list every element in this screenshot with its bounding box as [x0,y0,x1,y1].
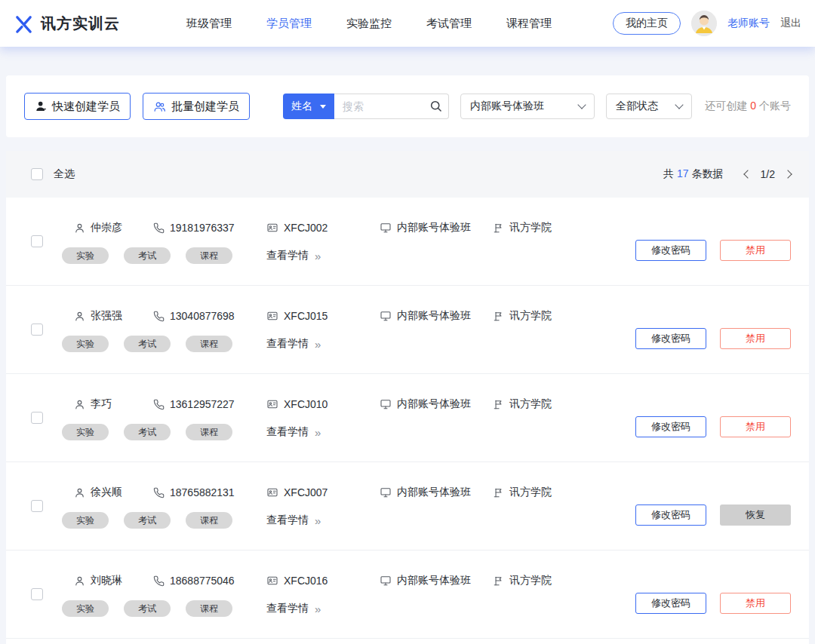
school-flag-icon [493,311,504,322]
student-name: 仲崇彦 [91,221,122,235]
quick-create-student-button[interactable]: 快速创建学员 [24,93,131,120]
toolbar: 快速创建学员 批量创建学员 姓名 内部账号体验班 [6,75,809,137]
tag-pill[interactable]: 实验 [62,600,109,617]
student-row: 张强强 13040877698 XFCJ015 [6,286,809,374]
student-row: 刘晓琳 18688775046 XFCJ016 [6,550,809,639]
search-field-select[interactable]: 姓名 [283,94,334,119]
change-password-button[interactable]: 修改密码 [635,504,706,526]
tag-pill[interactable]: 实验 [62,424,109,440]
monitor-icon [380,486,392,498]
chevron-down-icon [577,100,586,109]
change-password-button[interactable]: 修改密码 [635,416,706,437]
student-list: 全选 共17条数据 1/2 仲崇彦 [6,151,809,644]
tag-pill[interactable]: 课程 [186,600,232,617]
student-name: 李巧 [91,397,112,411]
tag-pill[interactable]: 课程 [186,424,232,440]
status-button[interactable]: 禁用 [720,240,791,261]
tag-pill[interactable]: 课程 [186,247,232,264]
my-homepage-button[interactable]: 我的主页 [613,12,681,35]
status-button[interactable]: 禁用 [720,328,791,349]
school-flag-icon [493,575,504,587]
student-row: 李巧 13612957227 XFCJ010 [6,374,809,462]
users-icon [153,100,166,113]
row-checkbox[interactable] [31,588,43,600]
student-class: 内部账号体验班 [397,397,471,411]
tag-pill[interactable]: 课程 [186,512,232,529]
class-filter-select[interactable]: 内部账号体验班 [460,94,595,119]
row-checkbox[interactable] [31,412,43,424]
row-checkbox[interactable] [31,500,43,512]
status-button[interactable]: 禁用 [720,593,791,614]
view-learning-link[interactable]: 查看学情 » [266,514,321,527]
school-flag-icon [493,222,504,234]
avatar[interactable] [691,11,717,36]
prev-page-icon[interactable] [743,170,752,178]
student-row: 徐兴顺 18765882131 XFCJ007 [6,462,809,550]
row-tags: 实验考试课程 [62,512,266,529]
search-group: 姓名 [283,94,449,119]
view-learning-link[interactable]: 查看学情 » [266,425,321,439]
tag-pill[interactable]: 考试 [124,512,171,529]
tag-pill[interactable]: 实验 [62,336,109,352]
view-learning-link[interactable]: 查看学情 » [266,249,321,262]
student-account-code: XFCJ015 [284,310,328,322]
change-password-button[interactable]: 修改密码 [635,593,706,614]
student-name: 刘晓琳 [91,574,122,587]
row-tags: 实验考试课程 [62,336,266,352]
tag-pill[interactable]: 考试 [124,600,171,617]
quota-text: 还可创建0个账号 [705,100,791,113]
page-indicator: 1/2 [761,168,775,180]
batch-create-label: 批量创建学员 [171,100,239,114]
tag-pill[interactable]: 实验 [62,247,109,264]
change-password-button[interactable]: 修改密码 [635,328,706,349]
user-icon [74,575,85,587]
view-learning-label: 查看学情 [266,425,309,439]
next-page-icon[interactable] [783,170,792,178]
search-icon[interactable] [429,99,443,116]
chevron-down-icon [675,100,683,109]
pagination: 1/2 [745,168,791,180]
nav-item[interactable]: 班级管理 [186,17,232,31]
tag-pill[interactable]: 考试 [124,247,171,264]
tag-pill[interactable]: 考试 [124,336,171,352]
tag-pill[interactable]: 实验 [62,512,109,529]
status-button[interactable]: 恢复 [720,504,791,526]
logout-link[interactable]: 退出 [780,17,801,30]
double-chevron-right-icon: » [315,426,321,439]
user-icon [74,222,85,234]
nav-item[interactable]: 学员管理 [266,17,312,31]
main-nav: 班级管理学员管理实验监控考试管理课程管理 [186,17,552,31]
batch-create-student-button[interactable]: 批量创建学员 [143,93,250,120]
select-all-checkbox[interactable] [31,168,43,180]
view-learning-link[interactable]: 查看学情 » [266,602,321,615]
nav-item[interactable]: 考试管理 [426,17,472,31]
row-checkbox[interactable] [31,324,43,336]
brand-logo[interactable]: 讯方实训云 [14,14,120,34]
view-learning-label: 查看学情 [266,337,309,351]
student-class: 内部账号体验班 [397,309,471,323]
student-phone: 19181976337 [170,222,235,234]
school-flag-icon [493,487,504,498]
student-phone: 13612957227 [170,398,235,410]
monitor-icon [380,222,392,234]
change-password-button[interactable]: 修改密码 [635,240,706,261]
tag-pill[interactable]: 课程 [186,336,232,352]
nav-item[interactable]: 课程管理 [506,17,552,31]
total-count: 17 [677,167,689,179]
user-icon [74,399,85,410]
row-checkbox[interactable] [31,235,43,247]
id-card-icon [266,575,278,587]
monitor-icon [380,575,392,587]
id-card-icon [266,222,278,234]
nav-item[interactable]: 实验监控 [346,17,392,31]
status-button[interactable]: 禁用 [720,416,791,437]
phone-icon [153,222,165,234]
teacher-account-label[interactable]: 老师账号 [727,17,770,30]
total-count-text: 共17条数据 [663,167,724,181]
status-filter-select[interactable]: 全部状态 [606,94,692,119]
top-bar: 讯方实训云 班级管理学员管理实验监控考试管理课程管理 我的主页 老师账号 退出 [0,0,815,47]
id-card-icon [266,486,278,498]
view-learning-link[interactable]: 查看学情 » [266,337,321,351]
tag-pill[interactable]: 考试 [124,424,171,440]
select-all-label: 全选 [54,167,75,181]
